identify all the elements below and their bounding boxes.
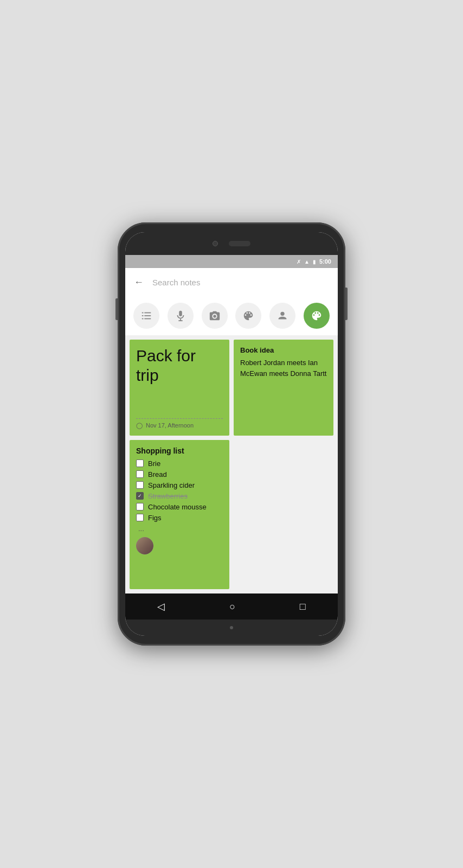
list-icon: [140, 310, 152, 322]
book-note-title: Book idea: [240, 346, 327, 354]
trip-note-card[interactable]: Pack for trip ◯ Nov 17, Afternoon: [130, 340, 229, 436]
svg-rect-5: [145, 318, 151, 320]
nav-bar: ◁ ○ □: [125, 593, 338, 620]
signal-icon: ▲: [304, 259, 310, 265]
volume-button: [115, 298, 118, 320]
checkbox-figs[interactable]: [136, 514, 144, 521]
status-time: 5:00: [319, 258, 331, 265]
item-label-cider: Sparkling cider: [148, 481, 195, 489]
item-label-figs: Figs: [148, 514, 162, 522]
palette-icon: [311, 310, 323, 322]
drawing-tool-button[interactable]: [235, 303, 261, 329]
home-dot: [230, 626, 233, 629]
avatar-image: [136, 537, 153, 554]
mic-icon: [175, 310, 187, 322]
front-camera: [213, 241, 218, 246]
book-note-body: Robert Jordan meets Ian McEwan meets Don…: [240, 358, 327, 379]
drawing-icon: [242, 310, 254, 322]
bluetooth-icon: ✗: [297, 259, 301, 265]
mic-tool-button[interactable]: [168, 303, 194, 329]
search-bar: ← Search notes: [125, 268, 338, 296]
list-item: Bread: [136, 470, 223, 478]
color-tool-button[interactable]: [304, 303, 330, 329]
list-item: Chocolate mousse: [136, 503, 223, 511]
item-label-brie: Brie: [148, 459, 160, 468]
list-item: Sparkling cider: [136, 481, 223, 489]
back-button[interactable]: ←: [134, 277, 144, 288]
shopping-note-card[interactable]: Shopping list Brie Bread Sparkling cider: [130, 440, 229, 590]
checkbox-strawberries[interactable]: ✓: [136, 492, 144, 500]
earpiece-speaker: [229, 241, 250, 246]
toolbar: [125, 296, 338, 335]
power-button: [345, 288, 348, 320]
collaborator-icon: [276, 310, 288, 322]
bottom-bezel: [125, 620, 338, 636]
list-tool-button[interactable]: [133, 303, 159, 329]
checkbox-mousse[interactable]: [136, 503, 144, 510]
shopping-note-title: Shopping list: [136, 446, 223, 455]
book-note-card[interactable]: Book idea Robert Jordan meets Ian McEwan…: [234, 340, 333, 436]
checkbox-brie[interactable]: [136, 459, 144, 467]
avatar-row: [136, 537, 223, 554]
top-bezel: [125, 232, 338, 255]
svg-rect-3: [145, 315, 151, 316]
svg-rect-1: [145, 312, 151, 314]
svg-rect-8: [178, 320, 182, 321]
svg-point-10: [280, 312, 284, 316]
phone-device: ✗ ▲ ▮ 5:00 ← Search notes: [118, 222, 345, 646]
more-items-indicator: ...: [138, 525, 223, 533]
nav-recents-button[interactable]: □: [300, 601, 306, 612]
search-input[interactable]: Search notes: [152, 278, 200, 287]
trip-note-title: Pack for trip: [136, 346, 223, 385]
camera-icon: [209, 310, 221, 322]
svg-rect-0: [142, 312, 144, 314]
trip-note-date: ◯ Nov 17, Afternoon: [136, 418, 223, 429]
battery-icon: ▮: [313, 259, 316, 265]
nav-back-button[interactable]: ◁: [157, 601, 165, 612]
camera-tool-button[interactable]: [202, 303, 228, 329]
avatar: [136, 537, 153, 554]
nav-home-button[interactable]: ○: [229, 601, 235, 612]
svg-rect-2: [142, 315, 144, 316]
status-bar: ✗ ▲ ▮ 5:00: [125, 255, 338, 268]
svg-rect-6: [179, 311, 182, 316]
item-label-bread: Bread: [148, 470, 167, 478]
checkbox-bread[interactable]: [136, 470, 144, 478]
list-item: Figs: [136, 514, 223, 522]
phone-screen: ✗ ▲ ▮ 5:00 ← Search notes: [125, 232, 338, 636]
item-label-mousse: Chocolate mousse: [148, 503, 207, 511]
list-item: ✓ Strawberries: [136, 492, 223, 500]
list-item: Brie: [136, 459, 223, 468]
item-label-strawberries: Strawberries: [148, 492, 188, 500]
checkbox-cider[interactable]: [136, 481, 144, 489]
svg-point-9: [213, 315, 216, 318]
svg-rect-4: [142, 318, 144, 320]
collaborator-tool-button[interactable]: [269, 303, 295, 329]
clock-icon: ◯: [136, 422, 143, 429]
notes-grid: Pack for trip ◯ Nov 17, Afternoon Book i…: [125, 335, 338, 593]
